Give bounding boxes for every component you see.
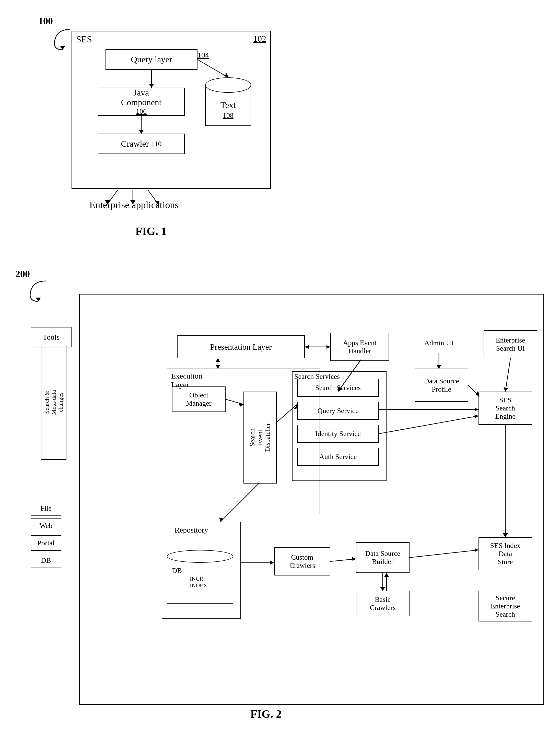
db-box: DB <box>30 553 61 568</box>
secure-enterprise-search-box: Secure Enterprise Search <box>479 591 532 621</box>
svg-marker-31 <box>475 408 479 411</box>
svg-marker-43 <box>380 587 385 591</box>
svg-marker-39 <box>270 561 274 564</box>
auth-service-box: Auth Service <box>297 448 379 466</box>
repo-cyl-label: DB <box>172 566 182 575</box>
search-metadata-box: Search & Meta-data changes <box>41 345 66 460</box>
fig2-arrow-200 <box>25 278 51 304</box>
identity-service-box: Identity Service <box>297 425 379 443</box>
svg-marker-33 <box>475 415 479 418</box>
data-source-builder-box: Data Source Builder <box>356 542 410 573</box>
svg-line-40 <box>330 559 356 561</box>
repo-incr-label: INCR INDEX <box>190 576 207 589</box>
svg-marker-49 <box>219 518 224 522</box>
portal-box: Portal <box>30 535 61 551</box>
ses-index-data-store-box: SES Index Data Store <box>479 537 532 570</box>
svg-marker-45 <box>384 573 389 577</box>
svg-marker-25 <box>504 387 508 392</box>
tools-box: Tools <box>30 327 71 347</box>
custom-crawlers-box: Custom Crawlers <box>274 547 330 576</box>
svg-marker-19 <box>215 358 221 362</box>
svg-line-34 <box>468 385 479 397</box>
apps-event-handler-box: Apps Event Handler <box>330 333 389 361</box>
svg-line-24 <box>505 358 510 392</box>
fig1-external-arrows <box>38 15 268 245</box>
search-event-dispatcher-box: Search Event Dispatcher <box>243 392 277 483</box>
svg-marker-41 <box>352 557 356 561</box>
fig1-caption: FIG. 1 <box>135 225 167 238</box>
repository-label: Repository <box>175 526 208 534</box>
enterprise-search-ui-box: Enterprise Search UI <box>484 330 537 358</box>
svg-marker-18 <box>215 365 221 368</box>
basic-crawlers-box: Basic Crawlers <box>356 591 410 616</box>
search-services-box: Search Services <box>297 379 379 397</box>
svg-marker-15 <box>326 345 330 349</box>
fig2-caption: FIG. 2 <box>250 708 282 721</box>
svg-marker-47 <box>475 548 479 552</box>
web-box: Web <box>30 518 61 533</box>
svg-line-46 <box>410 550 479 558</box>
svg-marker-16 <box>305 345 309 349</box>
object-manager-box: Object Manager <box>172 387 226 412</box>
svg-line-32 <box>379 416 479 434</box>
fig2-label-200: 200 <box>15 268 30 279</box>
svg-marker-13 <box>36 297 41 301</box>
presentation-layer-box: Presentation Layer <box>177 335 305 358</box>
enterprise-apps-label: Enterprise applications <box>89 199 179 210</box>
left-items-group: File Web Portal DB <box>30 500 61 568</box>
ses-search-engine-box: SES Search Engine <box>479 392 532 425</box>
query-service-box: Query Service <box>297 402 379 420</box>
fig2-main-box: Presentation Layer Apps Event Handler Ad… <box>79 294 544 705</box>
file-box: File <box>30 500 61 516</box>
data-source-profile-box: Data Source Profile <box>415 368 468 402</box>
admin-ui-box: Admin UI <box>415 333 463 353</box>
svg-marker-37 <box>503 533 508 537</box>
svg-marker-23 <box>436 365 441 368</box>
